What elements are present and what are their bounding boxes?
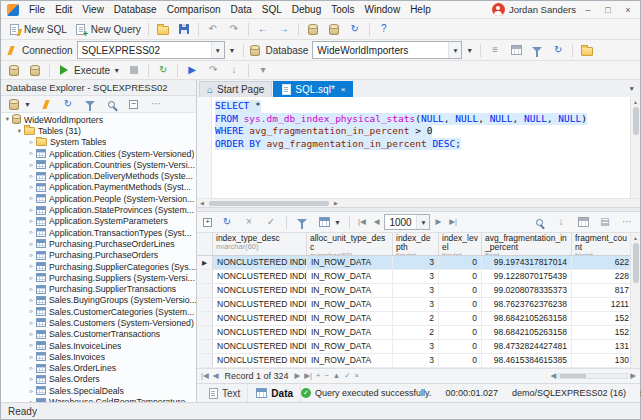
expand-icon[interactable]: ▹ (27, 184, 36, 191)
stop-button[interactable] (124, 62, 144, 79)
cell-index_level[interactable]: 0 (439, 326, 482, 339)
new-connection-button[interactable]: ▼ (4, 96, 34, 113)
open-project-button[interactable] (577, 42, 597, 59)
grid-view-button[interactable] (573, 214, 593, 231)
menu-item-sql[interactable]: SQL (257, 1, 287, 18)
cell-index_level[interactable]: 0 (439, 312, 482, 325)
cell-alloc_unit_type_desc[interactable]: IN_ROW_DATA (307, 256, 393, 269)
cell-index_depth[interactable]: 2 (393, 312, 439, 325)
tree-item[interactable]: ▹Application.DeliveryMethods (Syste... (1, 170, 196, 181)
row-selector[interactable] (197, 354, 213, 367)
menu-item-view[interactable]: View (77, 1, 109, 18)
collapse-icon[interactable]: ▾ (3, 116, 12, 123)
tab-sql-document[interactable]: SQL.sql* × (273, 81, 353, 97)
refresh-grid-button[interactable]: ↻ (217, 214, 237, 231)
expand-icon[interactable]: ▹ (27, 342, 36, 349)
menu-item-comparison[interactable]: Comparison (162, 1, 226, 18)
delete-record-button[interactable]: − (324, 372, 328, 380)
menu-item-file[interactable]: File (24, 1, 50, 18)
cell-index_level[interactable]: 0 (439, 354, 482, 367)
cell-avg_fragmentation_in_percent[interactable]: 98.6842105263158 (482, 326, 572, 339)
cell-alloc_unit_type_desc[interactable]: IN_ROW_DATA (307, 284, 393, 297)
database-tasks-button[interactable] (25, 62, 45, 79)
expand-icon[interactable]: ▹ (27, 308, 36, 315)
connection-options-button[interactable]: ▼ (226, 42, 239, 59)
row-selector[interactable] (197, 312, 213, 325)
grid-corner-cell[interactable] (197, 233, 213, 255)
navigate-back-button[interactable]: ← (253, 21, 273, 38)
cell-avg_fragmentation_in_percent[interactable]: 99.1974317817014 (482, 256, 572, 269)
menu-item-data[interactable]: Data (226, 1, 257, 18)
expand-icon[interactable]: ▹ (27, 376, 36, 383)
cell-alloc_unit_type_desc[interactable]: IN_ROW_DATA (307, 354, 393, 367)
step-into-button[interactable]: ↓ (224, 62, 244, 79)
expand-icon[interactable]: ▹ (27, 354, 36, 361)
expand-icon[interactable]: ▹ (27, 331, 36, 338)
scrollbar-thumb[interactable] (209, 201, 329, 206)
refresh-connection-button[interactable]: ↻ (548, 42, 568, 59)
prev-page-button[interactable]: ◀ (371, 214, 383, 231)
step-over-button[interactable]: ↷ (203, 62, 223, 79)
tree-item[interactable]: ▹Application.SystemParameters (1, 216, 196, 227)
column-header-alloc_unit_type_desc[interactable]: alloc_unit_type_descnvarchar(60) (307, 233, 393, 255)
cell-fragment_count[interactable]: 228 (572, 270, 630, 283)
search-explorer-button[interactable] (102, 96, 122, 113)
cell-fragment_count[interactable]: 130 (572, 354, 630, 367)
expand-icon[interactable]: ▹ (27, 320, 36, 327)
list-view-button[interactable]: ≡ (485, 42, 505, 59)
open-file-button[interactable] (153, 21, 173, 38)
expand-icon[interactable]: ▹ (27, 173, 36, 180)
navigate-forward-button[interactable]: → (274, 21, 294, 38)
cell-fragment_count[interactable]: 131 (572, 340, 630, 353)
active-row-indicator[interactable]: ▶ (197, 256, 213, 269)
cell-fragment_count[interactable]: 152 (572, 326, 630, 339)
cell-fragment_count[interactable]: 1211 (572, 298, 630, 311)
scroll-up-icon[interactable]: ▲ (631, 233, 640, 242)
maximize-button[interactable]: □ (600, 2, 616, 17)
cell-index_depth[interactable]: 3 (393, 256, 439, 269)
attach-database-button[interactable] (303, 21, 323, 38)
cell-index_depth[interactable]: 3 (393, 298, 439, 311)
column-header-index_type_desc[interactable]: index_type_descnvarchar(60) (213, 233, 307, 255)
next-record-button[interactable]: ▶ (295, 372, 301, 380)
user-name[interactable]: Jordan Sanders (509, 4, 576, 15)
collapse-results-button[interactable]: + (200, 214, 215, 231)
new-query-button[interactable]: New Query (71, 21, 144, 38)
tree-item[interactable]: ▹System Tables (1, 137, 196, 148)
scrollbar-thumb[interactable] (633, 107, 639, 135)
chevron-down-icon[interactable]: ▼ (211, 42, 224, 58)
tree-item[interactable]: ▹Application.Cities (System-Versioned) (1, 148, 196, 159)
tree-item[interactable]: ▾WideWorldImporters (1, 114, 196, 125)
last-page-button[interactable]: ▶| (446, 214, 460, 231)
grid-options-button[interactable]: ▼ (314, 214, 344, 231)
expand-icon[interactable]: ▹ (27, 229, 36, 236)
grid-view-button[interactable] (506, 42, 526, 59)
tree-item[interactable]: ▹Purchasing.PurchaseOrders (1, 250, 196, 261)
tree-item[interactable]: ▹Purchasing.SupplierCategories (Sys... (1, 261, 196, 272)
cell-avg_fragmentation_in_percent[interactable]: 98.4615384615385 (482, 354, 572, 367)
tree-item[interactable]: ▹Sales.Invoices (1, 351, 196, 362)
tab-start-page[interactable]: ⌂ Start Page (199, 81, 272, 97)
row-selector[interactable] (197, 270, 213, 283)
expand-icon[interactable]: ▹ (27, 388, 36, 395)
export-data-button[interactable]: ↓ (551, 214, 571, 231)
edit-record-button[interactable]: ▲ (333, 372, 340, 380)
tree-item[interactable]: ▹Purchasing.Suppliers (System-Versi... (1, 272, 196, 283)
tree-item[interactable]: ▹Application.Countries (System-Versi... (1, 159, 196, 170)
cell-index_type_desc[interactable]: NONCLUSTERED INDEX (213, 312, 307, 325)
scrollbar-track[interactable] (558, 373, 628, 379)
row-selector[interactable] (197, 340, 213, 353)
chevron-down-icon[interactable]: ▼ (448, 42, 461, 58)
tree-item[interactable]: ▹Sales.Customers (System-Versioned) (1, 317, 196, 328)
column-header-index_depth[interactable]: index_depthtinyint (393, 233, 439, 255)
next-page-button[interactable]: ▶ (432, 214, 444, 231)
tree-item[interactable]: ▹Sales.CustomerTransactions (1, 329, 196, 340)
tree-item[interactable]: ▹Purchasing.SupplierTransactions (1, 283, 196, 294)
column-header-avg_fragmentation_in_percent[interactable]: avg_fragmentation_in_percentfloat (482, 233, 572, 255)
menu-item-tools[interactable]: Tools (326, 1, 359, 18)
tree-item[interactable]: ▹Sales.CustomerCategories (System... (1, 306, 196, 317)
expand-icon[interactable]: ▹ (27, 218, 36, 225)
scroll-left-icon[interactable]: ◀ (197, 199, 207, 207)
column-header-index_level[interactable]: index_leveltinyint (439, 233, 482, 255)
tree-item[interactable]: ▹Sales.InvoiceLines (1, 340, 196, 351)
